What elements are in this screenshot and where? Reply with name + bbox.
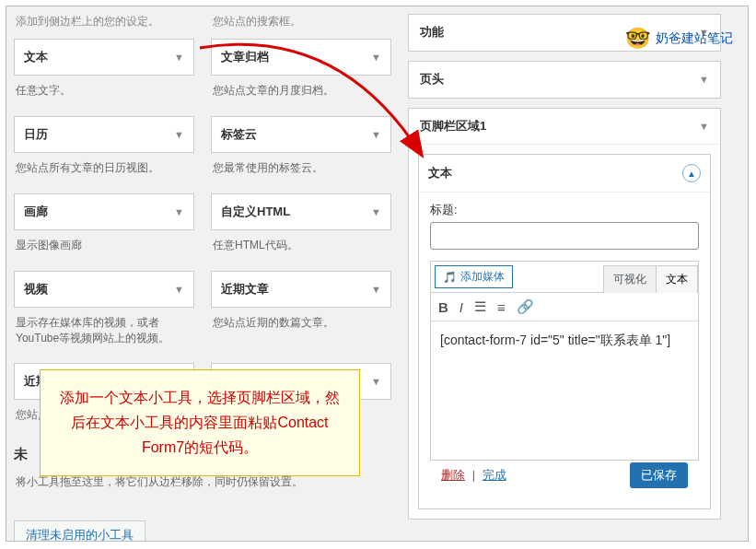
delete-widget-link[interactable]: 删除 bbox=[441, 468, 465, 482]
chevron-down-icon: ▼ bbox=[174, 129, 184, 140]
separator: | bbox=[469, 468, 479, 482]
widget-item-custom-html[interactable]: 自定义HTML ▼ bbox=[211, 193, 391, 230]
clear-inactive-widgets-button[interactable]: 清理未启用的小工具 bbox=[14, 520, 145, 542]
widget-title: 近期文章 bbox=[221, 281, 269, 298]
widget-item-text[interactable]: 文本 ▼ bbox=[14, 39, 194, 76]
widget-instance-text: 文本 ▲ 标题: 🎵 添加媒体 bbox=[418, 154, 711, 509]
chevron-up-icon: ▲ bbox=[682, 164, 701, 182]
editor-toolbar: B I ☰ ≡ 🔗 bbox=[431, 293, 698, 321]
truncated-desc: 您站点的搜索框。 bbox=[211, 14, 391, 35]
editor-header: 🎵 添加媒体 可视化 文本 bbox=[431, 262, 698, 293]
truncated-desc: 添加到侧边栏上的您的设定。 bbox=[14, 14, 194, 35]
widget-item-calendar[interactable]: 日历 ▼ bbox=[14, 116, 194, 153]
sidebar-area-header: 页头 ▼ bbox=[408, 61, 721, 99]
tab-visual[interactable]: 可视化 bbox=[603, 265, 657, 293]
page-frame: 添加到侧边栏上的您的设定。 您站点的搜索框。 文本 ▼ 任意文字。 文章归档 ▼ bbox=[6, 6, 749, 542]
widget-description: 您站点文章的月度归档。 bbox=[211, 76, 391, 112]
sidebar-toggle[interactable]: 页头 ▼ bbox=[409, 62, 720, 98]
link-icon[interactable]: 🔗 bbox=[517, 298, 534, 315]
widget-title: 文本 bbox=[24, 49, 48, 65]
widget-title: 视频 bbox=[24, 281, 48, 298]
widget-item-gallery[interactable]: 画廊 ▼ bbox=[14, 193, 194, 230]
widget-instance-title: 文本 bbox=[428, 165, 452, 181]
widget-description: 任意文字。 bbox=[14, 76, 194, 112]
editor-textarea[interactable]: [contact-form-7 id="5" title="联系表单 1"] bbox=[431, 321, 698, 460]
sidebar-area-footer1: 页脚栏区域1 ▼ 文本 ▲ 标题: 🎵 bbox=[408, 108, 721, 520]
save-button[interactable]: 已保存 bbox=[630, 462, 688, 488]
widget-item-video[interactable]: 视频 ▼ bbox=[14, 271, 194, 308]
inactive-widgets-desc: 将小工具拖至这里，将它们从边栏移除，同时仍保留设置。 bbox=[14, 471, 391, 508]
widget-description: 您站点所有文章的日历视图。 bbox=[14, 153, 194, 190]
widget-form: 标题: 🎵 添加媒体 可视化 文本 bbox=[419, 193, 710, 508]
editor-tabs: 可视化 文本 bbox=[604, 262, 698, 292]
sidebar-toggle[interactable]: 页脚栏区域1 ▼ bbox=[409, 109, 720, 145]
chevron-down-icon: ▼ bbox=[174, 284, 184, 295]
watermark-text: 奶爸建站笔记 bbox=[656, 30, 733, 47]
chevron-down-icon: ▼ bbox=[699, 74, 709, 85]
add-media-button[interactable]: 🎵 添加媒体 bbox=[435, 265, 513, 288]
chevron-down-icon: ▼ bbox=[174, 206, 184, 217]
chevron-down-icon: ▼ bbox=[371, 52, 381, 63]
widget-title: 文章归档 bbox=[221, 49, 269, 65]
number-list-icon[interactable]: ≡ bbox=[497, 299, 506, 315]
widget-description: 您站点近期的数篇文章。 bbox=[211, 308, 391, 345]
chevron-down-icon: ▼ bbox=[371, 284, 381, 295]
bold-icon[interactable]: B bbox=[438, 299, 448, 315]
widget-item-recent-posts[interactable]: 近期文章 ▼ bbox=[211, 271, 391, 308]
widget-title: 标签云 bbox=[221, 126, 257, 143]
widget-item-tagcloud[interactable]: 标签云 ▼ bbox=[211, 116, 391, 153]
content-editor: 🎵 添加媒体 可视化 文本 B I bbox=[430, 261, 699, 461]
sidebar-title: 页脚栏区域1 bbox=[420, 118, 486, 134]
widget-description: 显示存在媒体库的视频，或者YouTube等视频网站上的视频。 bbox=[14, 308, 194, 359]
widget-item-archives[interactable]: 文章归档 ▼ bbox=[211, 39, 391, 76]
chevron-down-icon: ▼ bbox=[174, 52, 184, 63]
widget-description: 任意HTML代码。 bbox=[211, 230, 391, 267]
instruction-callout: 添加一个文本小工具，选择页脚栏区域，然后在文本小工具的内容里面粘贴Contact… bbox=[40, 369, 360, 476]
sidebar-title: 功能 bbox=[420, 24, 444, 41]
add-media-label: 添加媒体 bbox=[460, 269, 505, 285]
widget-description: 您最常使用的标签云。 bbox=[211, 153, 391, 190]
bullet-list-icon[interactable]: ☰ bbox=[474, 298, 486, 315]
title-field-label: 标题: bbox=[430, 202, 699, 218]
widget-title: 画廊 bbox=[24, 204, 48, 220]
widget-title: 日历 bbox=[24, 126, 48, 143]
widget-description: 显示图像画廊 bbox=[14, 230, 194, 267]
sidebar-areas-panel: 功能 ▼ 页头 ▼ 页脚栏区域1 ▼ 文本 ▲ bbox=[408, 12, 721, 542]
media-icon: 🎵 bbox=[443, 271, 457, 284]
watermark-icon: 🤓 bbox=[625, 27, 650, 51]
widget-instance-toggle[interactable]: 文本 ▲ bbox=[419, 155, 710, 193]
watermark: 🤓 奶爸建站笔记 bbox=[625, 27, 733, 51]
title-input[interactable] bbox=[430, 222, 699, 250]
chevron-down-icon: ▼ bbox=[371, 376, 381, 387]
italic-icon[interactable]: I bbox=[459, 299, 463, 315]
widget-actions: 删除 | 完成 已保存 bbox=[430, 462, 699, 497]
sidebar-title: 页头 bbox=[420, 71, 444, 88]
done-widget-link[interactable]: 完成 bbox=[483, 468, 506, 482]
chevron-down-icon: ▼ bbox=[699, 121, 709, 132]
widget-title: 自定义HTML bbox=[221, 204, 290, 220]
chevron-down-icon: ▼ bbox=[371, 129, 381, 140]
chevron-down-icon: ▼ bbox=[371, 206, 381, 217]
tab-text[interactable]: 文本 bbox=[656, 265, 698, 293]
